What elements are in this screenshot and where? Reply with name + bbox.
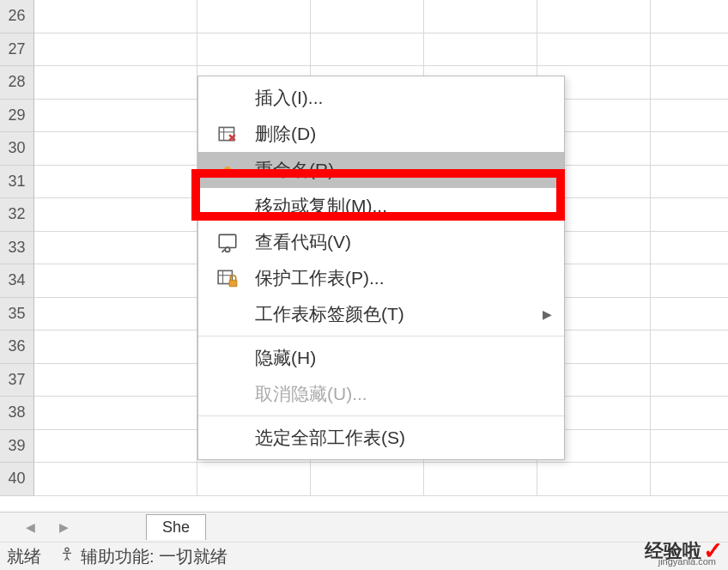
status-accessibility: 辅助功能: 一切就绪: [81, 545, 228, 568]
svg-rect-3: [219, 234, 236, 247]
row-header[interactable]: 39: [0, 430, 34, 464]
menu-label: 选定全部工作表(S): [245, 426, 552, 450]
row-header[interactable]: 36: [0, 330, 34, 364]
chevron-right-icon: ▶: [543, 307, 552, 321]
menu-label: 删除(D): [245, 122, 552, 146]
sheet-tab[interactable]: She: [146, 514, 206, 540]
next-sheet-button[interactable]: ▶: [59, 520, 69, 534]
watermark: 经验啦 ✓ jingyanla.com: [645, 537, 723, 565]
row-header[interactable]: 38: [0, 397, 34, 430]
menu-label: 重命名(R): [245, 158, 552, 182]
row-header[interactable]: 40: [0, 463, 34, 496]
row-header[interactable]: 37: [0, 364, 34, 397]
row-header[interactable]: 27: [0, 33, 34, 67]
status-bar: 就绪 辅助功能: 一切就绪: [0, 542, 728, 570]
accessibility-icon: [58, 546, 76, 567]
svg-line-5: [222, 250, 225, 252]
sheet-tabs-bar: ◀ ▶ She: [0, 512, 728, 542]
row-header[interactable]: 33: [0, 232, 34, 265]
menu-delete[interactable]: 删除(D): [198, 116, 564, 152]
sheet-context-menu: 插入(I)... 删除(D) 重命名(R) 移动或复制(M)... 查看代码(V…: [197, 76, 565, 460]
svg-rect-9: [229, 280, 237, 287]
status-ready: 就绪: [7, 545, 41, 568]
menu-label: 取消隐藏(U)...: [245, 382, 552, 406]
delete-sheet-icon: [210, 123, 245, 145]
menu-separator: [198, 415, 564, 416]
row-header[interactable]: 29: [0, 100, 34, 133]
menu-label: 隐藏(H): [245, 346, 552, 370]
menu-label: 插入(I)...: [245, 86, 552, 110]
row-headers: 26 27 28 29 30 31 32 33 34 35 36 37 38 3…: [0, 0, 34, 496]
row-header[interactable]: 26: [0, 0, 34, 33]
menu-insert[interactable]: 插入(I)...: [198, 80, 564, 116]
menu-tab-color[interactable]: 工作表标签颜色(T) ▶: [198, 296, 564, 332]
menu-view-code[interactable]: 查看代码(V): [198, 224, 564, 260]
code-icon: [210, 231, 245, 253]
menu-label: 移动或复制(M)...: [245, 194, 552, 218]
menu-rename[interactable]: 重命名(R): [198, 152, 564, 188]
row-header[interactable]: 32: [0, 198, 34, 232]
menu-label: 查看代码(V): [245, 230, 552, 254]
row-header[interactable]: 28: [0, 66, 34, 100]
menu-hide[interactable]: 隐藏(H): [198, 340, 564, 376]
row-header[interactable]: 31: [0, 166, 34, 199]
menu-label: 保护工作表(P)...: [245, 266, 552, 290]
menu-label: 工作表标签颜色(T): [245, 302, 543, 326]
menu-unhide: 取消隐藏(U)...: [198, 376, 564, 412]
modified-dot-icon: [210, 167, 245, 173]
menu-select-all-sheets[interactable]: 选定全部工作表(S): [198, 420, 564, 456]
watermark-url: jingyanla.com: [658, 556, 716, 567]
menu-separator: [198, 336, 564, 337]
row-header[interactable]: 35: [0, 298, 34, 331]
row-header[interactable]: 30: [0, 132, 34, 166]
prev-sheet-button[interactable]: ◀: [26, 520, 35, 534]
menu-move-copy[interactable]: 移动或复制(M)...: [198, 188, 564, 224]
menu-protect-sheet[interactable]: 保护工作表(P)...: [198, 260, 564, 296]
svg-point-10: [65, 548, 69, 551]
protect-sheet-icon: [210, 267, 245, 289]
row-header[interactable]: 34: [0, 264, 34, 298]
